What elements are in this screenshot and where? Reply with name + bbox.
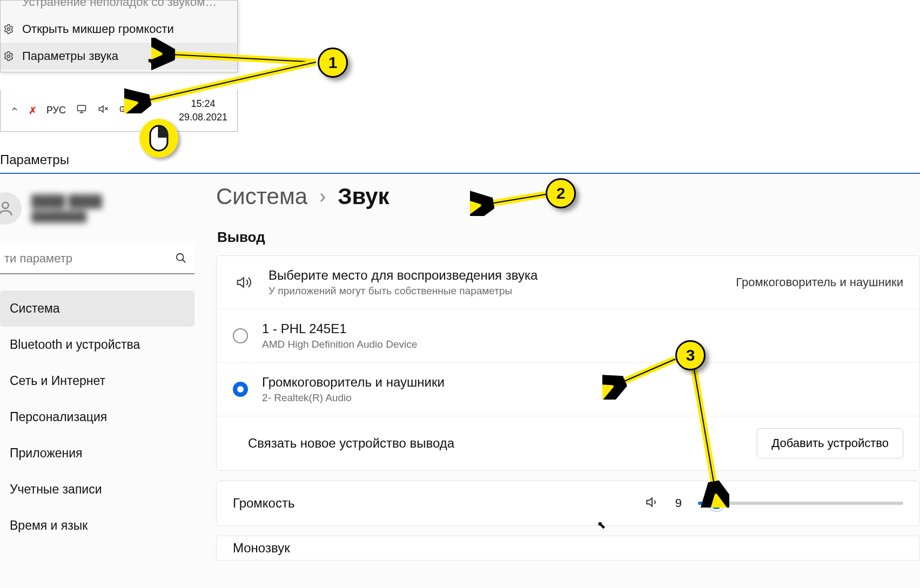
settings-window: ████ ████████████ Система Bluetooth и ус… <box>0 173 920 588</box>
gear-icon <box>3 23 15 35</box>
output-device-2[interactable]: Громкоговоритель и наушники 2- Realtek(R… <box>217 363 919 416</box>
tray-clock[interactable]: 15:24 29.08.2021 <box>179 97 227 124</box>
row-volume: Громкость 9 <box>216 481 920 526</box>
menu-item-open-volume-mixer[interactable]: Открыть микшер громкости <box>1 16 237 43</box>
output-card: Выберите место для воспроизведения звука… <box>216 255 920 471</box>
tray-date: 29.08.2021 <box>179 111 227 124</box>
radio-checked[interactable] <box>233 382 248 397</box>
annotation-badge-2: 2 <box>546 178 576 208</box>
nav-item-accounts[interactable]: Учетные записи <box>0 471 194 508</box>
chevron-right-icon: › <box>319 185 326 208</box>
sound-tray-context-menu: Устранение неполадок со звуком… Открыть … <box>0 0 238 72</box>
volume-value: 9 <box>675 496 682 510</box>
menu-item-sound-settings[interactable]: Параметры звука <box>1 43 237 70</box>
radio-unchecked[interactable] <box>233 328 248 343</box>
tray-app-icon[interactable]: ✗ <box>29 105 37 117</box>
menu-item-troubleshoot-sound[interactable]: Устранение неполадок со звуком… <box>1 0 237 16</box>
taskbar-tray: ✗ РУС 15:24 29.08.2021 <box>0 90 238 132</box>
tray-language[interactable]: РУС <box>46 105 66 116</box>
annotation-badge-3: 3 <box>675 340 706 370</box>
choose-output-title: Выберите место для воспроизведения звука <box>268 268 722 283</box>
choose-output-sub: У приложений могут быть собственные пара… <box>268 285 722 297</box>
gear-icon <box>3 50 15 62</box>
menu-item-label: Устранение неполадок со звуком… <box>22 0 217 9</box>
tray-overflow-chevron-icon[interactable] <box>10 105 19 116</box>
profile-name-blurred: ████ ████████████ <box>31 193 102 224</box>
pair-new-label: Связать новое устройство вывода <box>248 436 743 451</box>
section-title-output: Вывод <box>217 229 920 246</box>
volume-label: Громкость <box>233 496 294 511</box>
current-output-device: Громкоговоритель и наушники <box>736 275 903 289</box>
volume-slider[interactable] <box>698 502 903 505</box>
volume-muted-icon[interactable] <box>97 104 109 117</box>
search-wrap <box>0 244 194 274</box>
row-pair-new-output: Связать новое устройство вывода Добавить… <box>217 416 919 470</box>
nav-item-bluetooth[interactable]: Bluetooth и устройства <box>0 327 194 363</box>
output-device-1[interactable]: 1 - PHL 245E1 AMD High Definition Audio … <box>217 309 919 363</box>
window-title: Параметры <box>0 152 69 167</box>
row-choose-output[interactable]: Выберите место для воспроизведения звука… <box>217 256 919 309</box>
profile-block[interactable]: ████ ████████████ <box>0 192 216 239</box>
nav-item-personalization[interactable]: Персонализация <box>0 399 194 435</box>
device-name: Громкоговоритель и наушники <box>262 375 903 390</box>
search-icon <box>175 252 187 266</box>
avatar <box>0 192 22 225</box>
menu-item-label: Параметры звука <box>22 49 118 63</box>
breadcrumb-parent[interactable]: Система <box>216 184 307 209</box>
search-input[interactable] <box>0 244 194 274</box>
breadcrumb-current: Звук <box>338 184 389 209</box>
nav-item-time-language[interactable]: Время и язык <box>0 508 194 544</box>
menu-item-label: Открыть микшер громкости <box>22 22 174 36</box>
row-mono-audio[interactable]: Монозвук <box>216 536 920 560</box>
nav-item-apps[interactable]: Приложения <box>0 435 194 471</box>
settings-main: Система › Звук Вывод Выберите место для … <box>216 174 920 588</box>
settings-sidebar: ████ ████████████ Система Bluetooth и ус… <box>0 174 216 588</box>
svg-point-5 <box>2 202 8 208</box>
device-name: 1 - PHL 245E1 <box>262 321 903 336</box>
speaker-icon <box>233 274 254 290</box>
volume-low-icon[interactable] <box>645 495 659 511</box>
svg-point-0 <box>8 28 10 31</box>
svg-point-1 <box>8 55 10 58</box>
nav-item-network[interactable]: Сеть и Интернет <box>0 363 194 399</box>
annotation-badge-1: 1 <box>318 48 348 78</box>
device-sub: 2- Realtek(R) Audio <box>262 392 903 404</box>
nav-item-system[interactable]: Система <box>0 290 194 327</box>
svg-rect-2 <box>78 105 86 111</box>
annotation-mouse-rightclick-icon <box>139 119 178 158</box>
tray-time: 15:24 <box>179 97 227 110</box>
wrench-icon <box>3 0 15 8</box>
device-sub: AMD High Definition Audio Device <box>262 339 903 350</box>
add-device-button[interactable]: Добавить устройство <box>757 428 903 458</box>
mono-label: Монозвук <box>233 540 290 556</box>
network-icon[interactable] <box>76 104 88 117</box>
battery-charging-icon[interactable] <box>119 104 131 117</box>
settings-nav: Система Bluetooth и устройства Сеть и Ин… <box>0 290 216 544</box>
svg-point-6 <box>177 254 184 261</box>
